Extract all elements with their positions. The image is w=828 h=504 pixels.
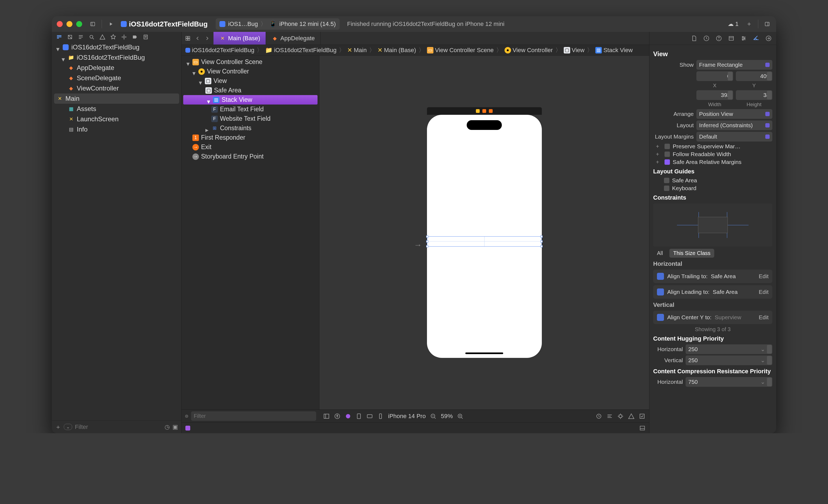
guide-keyboard-checkbox[interactable] (664, 186, 669, 191)
outline-filter-input[interactable] (191, 411, 316, 421)
project-navigator-icon[interactable] (56, 34, 62, 40)
outline-scene[interactable]: ▾▭View Controller Scene (181, 57, 319, 67)
find-navigator-icon[interactable] (89, 34, 94, 40)
y-input[interactable]: 409 (736, 71, 773, 81)
zoom-window-icon[interactable] (76, 21, 82, 27)
follow-checkbox[interactable] (664, 151, 670, 157)
help-inspector-icon[interactable] (715, 35, 722, 42)
w-stepper[interactable] (728, 91, 733, 99)
constraint-centery[interactable]: Align Center Y to: Superview Edit (653, 311, 772, 324)
outline-view[interactable]: ▾▢View (181, 76, 319, 86)
device-type-icon[interactable] (377, 413, 384, 419)
orientation-icon[interactable] (356, 413, 362, 419)
source-control-navigator-icon[interactable] (67, 34, 73, 40)
constraint-leading[interactable]: Align Leading to: Safe Area Edit (653, 285, 772, 299)
outline-safearea[interactable]: ▢Safe Area (181, 86, 319, 95)
file-appdelegate[interactable]: ◆AppDelegate (52, 63, 181, 73)
zoom-out-icon[interactable] (430, 413, 437, 419)
toggle-outline-icon[interactable] (323, 413, 330, 419)
scm-filter-icon[interactable]: ▣ (172, 423, 178, 430)
toggle-debug-drawer-icon[interactable] (639, 425, 645, 431)
selected-stackview[interactable] (427, 236, 542, 246)
device-label[interactable]: iPhone 14 Pro (388, 413, 426, 420)
test-navigator-icon[interactable] (110, 34, 116, 40)
target-group[interactable]: ▾📁iOS16dot2TextFieldBug (52, 52, 181, 63)
width-input[interactable]: 393 (696, 90, 733, 100)
outline-stackview[interactable]: ▾▥Stack View (183, 95, 318, 104)
scene-header[interactable] (427, 107, 542, 115)
constraint-leading-edit[interactable]: Edit (759, 289, 769, 295)
run-button[interactable] (107, 20, 115, 28)
seg-this-sizeclass[interactable]: This Size Class (669, 249, 714, 258)
related-items-icon[interactable] (185, 35, 191, 41)
height-input[interactable]: 34 (736, 90, 773, 100)
recent-filter-icon[interactable]: ◷ (165, 423, 170, 430)
filter-scope-icon[interactable]: ⌄ (64, 424, 72, 430)
hug-h-input[interactable]: 250⌄ (686, 345, 772, 354)
outline-exit[interactable]: →Exit (181, 142, 319, 152)
landscape-icon[interactable] (366, 413, 373, 419)
ib-canvas[interactable]: → (320, 56, 649, 409)
scene-vc-icon[interactable] (476, 109, 480, 113)
project-root[interactable]: ▾iOS16dot2TextFieldBug (52, 42, 181, 52)
scene-firstresponder-icon[interactable] (482, 109, 486, 113)
file-viewcontroller[interactable]: ◆ViewController (52, 83, 181, 93)
appearance-icon[interactable] (345, 413, 351, 419)
canvas-scene[interactable]: → (427, 107, 542, 358)
library-icon[interactable] (763, 20, 771, 28)
close-window-icon[interactable] (57, 21, 63, 27)
preserve-checkbox[interactable] (664, 144, 670, 149)
outline-website-field[interactable]: FWebsite Text Field (181, 114, 319, 124)
y-stepper[interactable] (767, 72, 772, 81)
tab-appdelegate[interactable]: ◆AppDelegate (266, 32, 321, 45)
seg-all[interactable]: All (653, 249, 667, 258)
breakpoint-navigator-icon[interactable] (132, 34, 138, 40)
zoom-level[interactable]: 59% (441, 413, 453, 420)
scheme-selector[interactable]: iOS1…Bug 〉 📱 iPhone 12 mini (14.5) (216, 18, 339, 30)
jump-seg-7[interactable]: Stack View (604, 47, 633, 54)
h-stepper[interactable] (767, 91, 772, 99)
minimize-window-icon[interactable] (67, 21, 73, 27)
constraint-trailing[interactable]: Align Trailing to: Safe Area Edit (653, 270, 772, 283)
nav-forward-icon[interactable] (204, 35, 210, 41)
outline-entry-point[interactable]: →Storyboard Entry Point (181, 152, 319, 161)
add-margin-icon-3[interactable]: + (656, 159, 659, 165)
align-icon[interactable] (607, 413, 613, 419)
nav-back-icon[interactable] (195, 35, 201, 41)
arrange-dropdown[interactable]: Position View (696, 109, 772, 119)
file-scenedelegate[interactable]: ◆SceneDelegate (52, 73, 181, 83)
file-launchscreen[interactable]: ✕LaunchScreen (52, 114, 181, 124)
jump-seg-2[interactable]: Main (354, 47, 367, 54)
file-inspector-icon[interactable] (691, 35, 697, 42)
outline-first-responder[interactable]: 1First Responder (181, 133, 319, 142)
file-info-plist[interactable]: ▤Info (52, 124, 181, 135)
add-file-icon[interactable]: ＋ (55, 423, 61, 431)
show-dropdown[interactable]: Frame Rectangle (696, 60, 772, 70)
add-margin-icon-2[interactable]: + (656, 151, 659, 157)
issue-navigator-icon[interactable] (99, 34, 106, 40)
jump-seg-1[interactable]: iOS16dot2TextFieldBug (274, 47, 336, 54)
embed-icon[interactable] (639, 413, 645, 419)
x-input[interactable]: 0 (696, 71, 733, 81)
x-stepper[interactable] (728, 72, 733, 81)
add-editor-icon[interactable] (745, 20, 753, 28)
jump-seg-5[interactable]: View Controller (513, 47, 553, 54)
attributes-inspector-icon[interactable] (740, 35, 747, 42)
file-assets[interactable]: ▦Assets (52, 104, 181, 114)
breakpoint-toggle-icon[interactable] (185, 426, 190, 430)
accessibility-icon[interactable] (334, 413, 340, 419)
tab-main[interactable]: ✕Main (Base) (213, 32, 266, 45)
scene-exit-icon[interactable] (489, 109, 493, 113)
pin-icon[interactable] (617, 413, 624, 419)
symbol-navigator-icon[interactable] (78, 34, 84, 40)
constraint-trailing-edit[interactable]: Edit (759, 273, 769, 280)
debug-navigator-icon[interactable] (121, 34, 127, 40)
add-margin-icon[interactable]: + (656, 143, 659, 150)
hug-v-input[interactable]: 250⌄ (686, 356, 772, 365)
constraint-diagram[interactable] (653, 203, 772, 246)
layout-dropdown[interactable]: Inferred (Constraints) (696, 121, 772, 130)
connections-inspector-icon[interactable] (765, 35, 772, 42)
cloud-status[interactable]: ☁︎ 1 (728, 20, 739, 28)
outline-email-field[interactable]: FEmail Text Field (181, 104, 319, 114)
update-frames-icon[interactable] (595, 413, 602, 419)
